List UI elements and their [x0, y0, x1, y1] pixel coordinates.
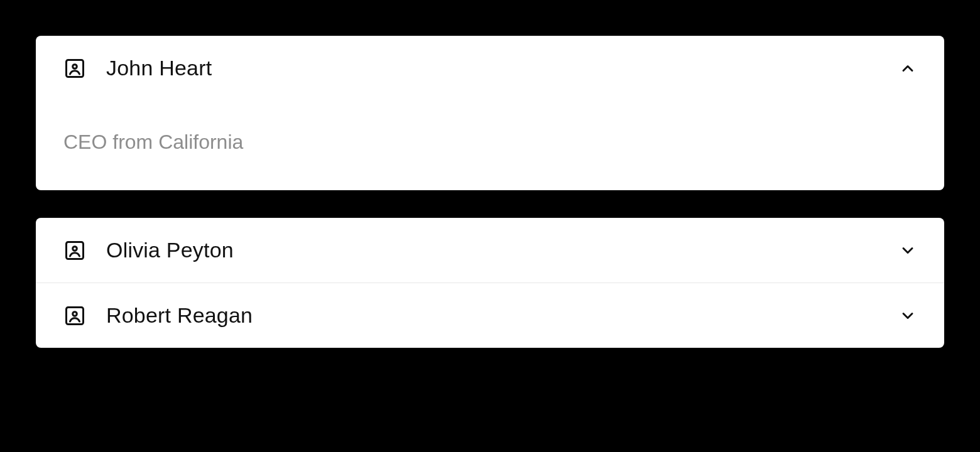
accordion-header-robert-reagan[interactable]: Robert Reagan	[36, 283, 944, 348]
accordion-card: John Heart CEO from California	[36, 36, 944, 190]
svg-point-3	[73, 246, 77, 250]
svg-point-1	[73, 64, 77, 68]
accordion-header-olivia-peyton[interactable]: Olivia Peyton	[36, 218, 944, 282]
accordion-header-john-heart[interactable]: John Heart	[36, 36, 944, 100]
accordion-title: Olivia Peyton	[106, 238, 899, 262]
svg-point-5	[73, 311, 77, 316]
accordion: John Heart CEO from California Olivia Pe…	[36, 36, 944, 348]
person-card-icon	[63, 239, 86, 262]
accordion-card: Olivia Peyton Robert Reagan	[36, 218, 944, 348]
chevron-down-icon	[899, 242, 917, 259]
accordion-title: Robert Reagan	[106, 303, 899, 328]
chevron-down-icon	[899, 307, 917, 325]
accordion-body: CEO from California	[36, 100, 944, 190]
chevron-up-icon	[899, 60, 917, 77]
accordion-detail-text: CEO from California	[63, 131, 917, 154]
person-card-icon	[63, 304, 86, 327]
accordion-title: John Heart	[106, 56, 899, 80]
person-card-icon	[63, 57, 86, 80]
